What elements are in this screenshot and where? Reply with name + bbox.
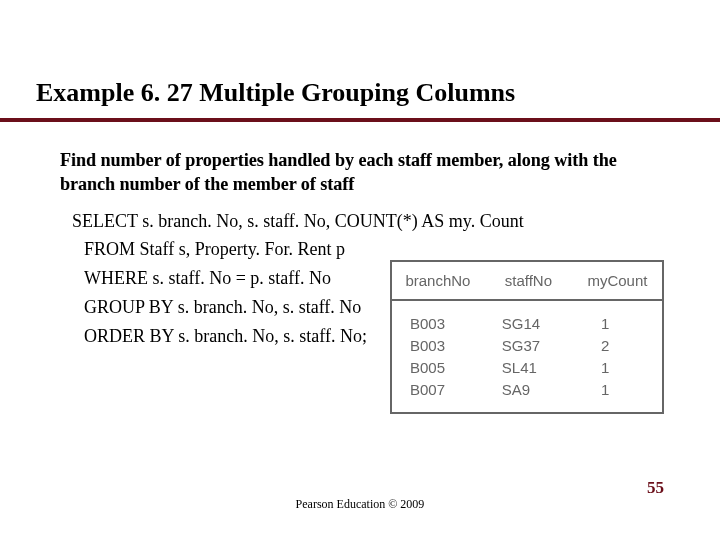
result-table: branchNo staffNo myCount B003 SG14 1 B00…	[390, 260, 664, 414]
table-cell: B007	[392, 379, 484, 412]
table-header: branchNo	[392, 262, 484, 300]
title-underline	[0, 118, 720, 122]
table-cell: SA9	[484, 379, 573, 412]
table-cell: 1	[573, 379, 662, 412]
table-cell: SG14	[484, 300, 573, 335]
prompt-text: Find number of properties handled by eac…	[0, 114, 720, 197]
table-cell: B003	[392, 300, 484, 335]
table-cell: SG37	[484, 335, 573, 357]
table-header-row: branchNo staffNo myCount	[392, 262, 662, 300]
table-header: staffNo	[484, 262, 573, 300]
footer-text: Pearson Education © 2009	[0, 497, 720, 512]
slide: Example 6. 27 Multiple Grouping Columns …	[0, 0, 720, 540]
table-row: B003 SG14 1	[392, 300, 662, 335]
sql-line: SELECT s. branch. No, s. staff. No, COUN…	[72, 207, 720, 236]
table-cell: SL41	[484, 357, 573, 379]
table-cell: B003	[392, 335, 484, 357]
table-header: myCount	[573, 262, 662, 300]
page-number: 55	[647, 478, 664, 498]
table-cell: 1	[573, 300, 662, 335]
table-cell: 1	[573, 357, 662, 379]
table-row: B005 SL41 1	[392, 357, 662, 379]
table-row: B007 SA9 1	[392, 379, 662, 412]
slide-title: Example 6. 27 Multiple Grouping Columns	[0, 0, 720, 114]
table-cell: 2	[573, 335, 662, 357]
table-row: B003 SG37 2	[392, 335, 662, 357]
table-cell: B005	[392, 357, 484, 379]
